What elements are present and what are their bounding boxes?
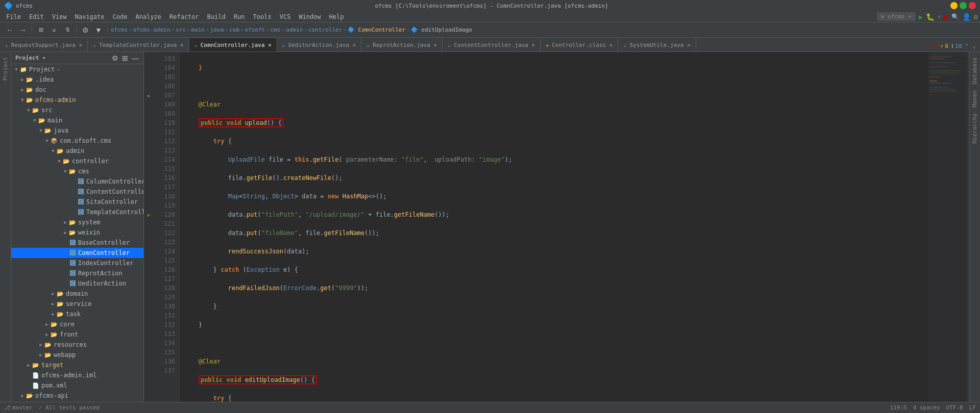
bc-ofcms-admin[interactable]: ofcms-admin [133, 27, 170, 33]
tree-java[interactable]: ▼ 📂 java [11, 125, 143, 136]
tree-domain[interactable]: ▶ 📂 domain [11, 289, 143, 299]
bc-src[interactable]: src [176, 27, 186, 33]
tab-ueditoraction[interactable]: ☕ UeditorAction.java × [277, 38, 361, 51]
close-button[interactable]: ✕ [969, 2, 976, 9]
bc-ofcms[interactable]: ofcms [111, 27, 128, 33]
tree-basecontroller[interactable]: ▶ 🅲 BaseController [11, 238, 143, 248]
tree-contentcontroller[interactable]: ▶ 🅲 ContentController [11, 187, 143, 197]
tree-target[interactable]: ▶ 📂 target [11, 360, 143, 370]
tree-resources[interactable]: ▶ 📂 resources [11, 340, 143, 350]
project-tab[interactable]: Project [1, 54, 10, 84]
tree-system[interactable]: ▶ 📂 system [11, 217, 143, 227]
tree-pom-xml[interactable]: ▶ 📄 pom.xml [11, 380, 143, 391]
tab-requestsupport[interactable]: ☕ RequestSupport.java × [0, 38, 88, 51]
menu-analyze[interactable]: Analyze [131, 11, 165, 22]
warning-badge[interactable]: ⚡ 6 [940, 43, 948, 49]
maximize-button[interactable]: □ [960, 2, 967, 9]
tab-systemutile[interactable]: ☕ SystemUtile.java × [618, 38, 696, 51]
line-separator-info[interactable]: LF [969, 404, 976, 411]
tree-comncontroller[interactable]: ▶ 🅲 ComnController [11, 248, 143, 258]
tab-comncontroller[interactable]: ☕ ComnController.java × [189, 38, 277, 51]
tree-ueditoraction[interactable]: ▶ 🅲 UeditorAction [11, 278, 143, 289]
sidebar-expand-icon[interactable]: ⊞ [121, 54, 129, 62]
tree-idea[interactable]: ▶ 📂 .idea [11, 74, 143, 85]
tree-main[interactable]: ▼ 📂 main [11, 115, 143, 125]
tree-weixin[interactable]: ▶ 📂 weixin [11, 227, 143, 238]
settings-btn[interactable]: ⚙ [80, 24, 91, 36]
bc-cms[interactable]: cms [271, 27, 281, 33]
tree-webapp[interactable]: ▶ 📂 webapp [11, 350, 143, 360]
menu-build[interactable]: Build [203, 11, 230, 22]
tree-indexcontroller[interactable]: ▶ 🅲 IndexController [11, 258, 143, 268]
tree-core[interactable]: ▶ 📂 core [11, 319, 143, 329]
maven-tab[interactable]: Maven [970, 87, 979, 110]
bc-comncontroller[interactable]: 🔷 ComnController [348, 27, 405, 33]
tree-ofcms-admin[interactable]: ▼ 📂 ofcms-admin [11, 95, 143, 105]
run-button[interactable]: ▶ [919, 13, 923, 21]
menu-vcs[interactable]: VCS [276, 11, 295, 22]
profile-button[interactable]: ⚡ [938, 13, 941, 20]
tree-reprotaction[interactable]: ▶ 🅲 ReprotAction [11, 268, 143, 278]
menu-code[interactable]: Code [109, 11, 132, 22]
encoding-info[interactable]: UTF-8 [946, 404, 963, 411]
tab-templatecontroller[interactable]: ☕ TemplateController.java × [88, 38, 189, 51]
menu-tools[interactable]: Tools [249, 11, 276, 22]
menu-edit[interactable]: Edit [25, 11, 48, 22]
bc-admin[interactable]: admin [286, 27, 303, 33]
menu-navigate[interactable]: Navigate [71, 11, 109, 22]
menu-help[interactable]: Help [325, 11, 348, 22]
menu-file[interactable]: File [2, 11, 25, 22]
tree-controller[interactable]: ▼ 📂 controller [11, 156, 143, 166]
back-button[interactable]: ← [4, 24, 15, 36]
menu-run[interactable]: Run [230, 11, 249, 22]
code-text[interactable]: } @Clear public void upload() { try { Up… [180, 52, 928, 402]
user-icon[interactable]: 👤 [962, 13, 971, 21]
toggle-arrows[interactable]: ⌃ ⌄ [965, 42, 976, 49]
bc-main[interactable]: main [191, 27, 205, 33]
minimize-button[interactable]: ─ [950, 2, 958, 9]
tree-src[interactable]: ▼ 📂 src [11, 105, 143, 115]
expand-all-button[interactable]: ⊞ [35, 24, 46, 36]
sidebar-collapse-icon[interactable]: — [131, 54, 139, 62]
indent-info[interactable]: 4 spaces [913, 404, 940, 411]
tree-sitecontroller[interactable]: ▶ 🅲 SiteController [11, 197, 143, 207]
tree-doc[interactable]: ▶ 📂 doc [11, 85, 143, 95]
menu-refactor[interactable]: Refactor [165, 11, 203, 22]
compare-button[interactable]: ⇅ [62, 24, 73, 36]
error-badge[interactable]: ⚠ 12 [925, 43, 937, 49]
database-tab[interactable]: Database [970, 54, 979, 87]
info-badge[interactable]: ℹ 10 [951, 43, 962, 49]
settings-icon[interactable]: ⚙ [974, 13, 978, 21]
tree-cms-folder[interactable]: ▼ 📂 cms [11, 166, 143, 176]
tab-controllerclass[interactable]: ◈ Controller.class × [541, 38, 618, 51]
menu-window[interactable]: Window [295, 11, 325, 22]
tab-contentcontroller[interactable]: ☕ ContentController.java × [443, 38, 541, 51]
tab-reprotaction[interactable]: ☕ ReprotAction.java × [361, 38, 443, 51]
bc-controller[interactable]: controller [308, 27, 342, 33]
bc-edituploadimage[interactable]: 🔷 editUploadImage [411, 27, 472, 33]
tree-ofcms-api[interactable]: ▶ 📂 ofcms-api [11, 391, 143, 401]
bc-ofsoft[interactable]: ofsoft [244, 27, 265, 33]
project-selector[interactable]: ⊕ ofcms ▾ [877, 12, 916, 21]
git-branch[interactable]: ⎇ master [4, 404, 33, 411]
bc-com[interactable]: com [229, 27, 239, 33]
bc-java[interactable]: java [210, 27, 224, 33]
tree-front[interactable]: ▶ 📂 front [11, 329, 143, 340]
stop-button[interactable]: ■ [944, 13, 948, 20]
tree-admin[interactable]: ▼ 📂 admin [11, 146, 143, 156]
tree-ofcms-admin-iml[interactable]: ▶ 📄 ofcms-admin.iml [11, 370, 143, 380]
tree-task[interactable]: ▶ 📂 task [11, 309, 143, 319]
hierarchy-tab[interactable]: Hierarchy [970, 110, 979, 147]
tree-columncontroller[interactable]: ▶ 🅲 ColumnController [11, 176, 143, 187]
tree-templatecontroller[interactable]: ▶ 🅲 TemplateController [11, 207, 143, 217]
search-icon[interactable]: 🔍 [951, 13, 959, 20]
tree-com-ofsoft[interactable]: ▼ 📦 com.ofsoft.cms [11, 136, 143, 146]
debug-button[interactable]: 🐛 [926, 13, 935, 21]
tree-service[interactable]: ▶ 📂 service [11, 299, 143, 309]
more-btn[interactable]: ▼ [93, 24, 104, 36]
forward-button[interactable]: → [17, 24, 29, 36]
tree-project[interactable]: ▼ 📁 Project ▾ [11, 64, 143, 74]
sidebar-gear-icon[interactable]: ⚙ [111, 54, 119, 62]
list-view-button[interactable]: ≡ [48, 24, 60, 36]
menu-view[interactable]: View [48, 11, 71, 22]
